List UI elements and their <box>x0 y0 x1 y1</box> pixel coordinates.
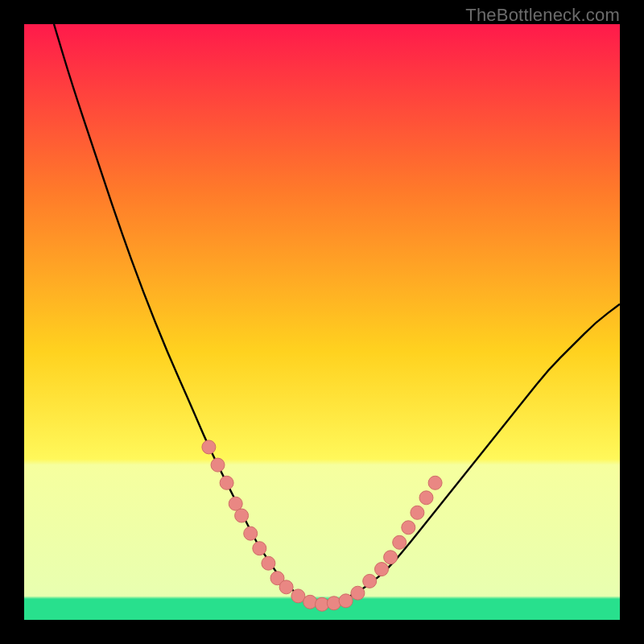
marker-point <box>411 506 424 519</box>
marker-point <box>303 595 317 609</box>
marker-point <box>262 556 275 570</box>
marker-point <box>419 491 433 505</box>
marker-point <box>375 563 389 576</box>
marker-point <box>202 440 216 454</box>
marker-point <box>327 597 341 610</box>
gradient-background <box>24 24 620 620</box>
marker-point <box>363 574 377 588</box>
marker-point <box>339 594 353 608</box>
marker-point <box>384 551 398 564</box>
marker-point <box>393 535 407 549</box>
marker-point <box>211 458 225 472</box>
marker-point <box>351 586 365 600</box>
marker-point <box>220 476 233 489</box>
marker-point <box>402 521 415 535</box>
outer-frame: TheBottleneck.com <box>0 0 644 644</box>
chart-svg <box>24 24 620 620</box>
marker-point <box>244 526 258 540</box>
chart-area <box>24 24 620 620</box>
marker-point <box>253 542 266 555</box>
watermark-text: TheBottleneck.com <box>465 5 620 26</box>
marker-point <box>279 580 293 594</box>
marker-point <box>235 509 249 522</box>
marker-point <box>428 476 442 489</box>
